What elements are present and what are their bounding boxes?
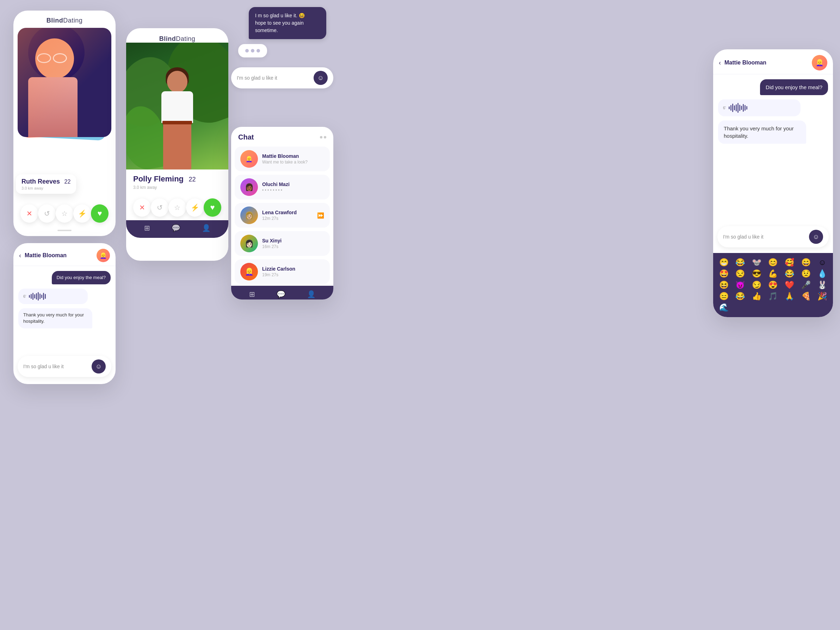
chat-input-bar-6[interactable]: I'm so glad u like it ☺	[717, 226, 829, 247]
rewind-button-2[interactable]: ↺	[151, 198, 169, 217]
msg-received-5: Did you enjoy the meal?	[52, 271, 111, 284]
avatar-oluchi: 👩🏾	[240, 178, 258, 196]
emoji-item[interactable]: 😊	[766, 258, 780, 267]
dislike-button-1[interactable]: ✕	[21, 204, 38, 223]
boost-button-2[interactable]: ⚡	[186, 198, 204, 217]
card2-header: BlindDating	[126, 28, 228, 43]
emoji-item[interactable]: 😈	[733, 281, 748, 290]
chat-preview-su: 16m 27s	[262, 244, 324, 249]
boost-button-1[interactable]: ⚡	[73, 204, 91, 223]
chat-header-5: ‹ Mattie Blooman 👱‍♀️	[13, 243, 115, 266]
like-button-1[interactable]: ♥	[91, 204, 109, 223]
avatar-mattie: 👱‍♀️	[240, 150, 258, 168]
chat-input-bar-top[interactable]: I'm so glad u like it ☺	[231, 67, 333, 88]
emoji-item[interactable]: ☺️	[815, 258, 829, 267]
scene: BlindDating	[0, 0, 840, 630]
star-button-2[interactable]: ☆	[169, 198, 186, 217]
emoji-item[interactable]: 😂	[782, 269, 797, 278]
emoji-item[interactable]: 💪	[766, 269, 780, 278]
like-button-2[interactable]: ♥	[204, 198, 221, 217]
rewind-button-1[interactable]: ↺	[38, 204, 56, 223]
polly-age: 22	[188, 176, 196, 183]
chat-info-lizzie: Lizzie Carlson 19m 27s	[262, 266, 324, 277]
msg-received-6: Did you enjoy the meal?	[760, 79, 828, 95]
card-chat-mattie-small: ‹ Mattie Blooman 👱‍♀️ Did you enjoy the …	[13, 243, 115, 384]
bubble-text-1: I m so glad u like it. 😆	[255, 12, 320, 19]
emoji-item[interactable]: 🐰	[815, 281, 829, 290]
profile-name-1: Ruth Reeves	[22, 178, 60, 185]
typing-dot-3	[256, 49, 260, 52]
header-avatar-6: 👱‍♀️	[812, 55, 827, 71]
emoji-item[interactable]: 🍕	[799, 292, 813, 301]
voice-msg-5: 6'	[18, 289, 88, 304]
send-button-top[interactable]: ☺	[314, 71, 328, 85]
card-chat-mattie-large: ‹ Mattie Blooman 👱‍♀️ Did you enjoy the …	[713, 49, 833, 317]
emoji-item[interactable]: 😍	[766, 281, 780, 290]
emoji-item[interactable]: 😒	[733, 269, 748, 278]
emoji-item[interactable]: 🤩	[717, 269, 731, 278]
send-button-6[interactable]: ☺	[809, 230, 823, 244]
chat-input-text-top: I'm so glad u like it	[237, 75, 277, 81]
msg-sent-5: Thank you very much for your hospitality…	[18, 308, 92, 328]
emoji-item[interactable]: 😂	[733, 292, 748, 301]
emoji-item[interactable]: 👍	[750, 292, 764, 301]
avatar-su: 👩🏻	[240, 235, 258, 252]
emoji-item[interactable]: 🐭	[750, 258, 764, 267]
chat-header-6: ‹ Mattie Blooman 👱‍♀️	[713, 49, 833, 74]
received-bubble-1: I m so glad u like it. 😆 hope to see you…	[249, 7, 326, 39]
chat-item-lizzie[interactable]: 👱‍♀️ Lizzie Carlson 19m 27s	[235, 259, 330, 284]
emoji-item[interactable]: 🎤	[799, 281, 813, 290]
chat-item-su[interactable]: 👩🏻 Su Xinyi 16m 27s	[235, 231, 330, 256]
chat-preview-lizzie: 19m 27s	[262, 272, 324, 277]
dislike-button-2[interactable]: ✕	[133, 198, 151, 217]
emoji-item[interactable]: 🥰	[782, 258, 797, 267]
chat-info-oluchi: Oluchi Mazi • • • • • • • •	[262, 182, 324, 193]
chat-item-lena[interactable]: 👩🏼 Lena Crawford 12m 27s ⏩	[235, 203, 330, 227]
emoji-item[interactable]: 😏	[750, 281, 764, 290]
back-button-5[interactable]: ‹	[19, 252, 21, 259]
chat-input-text-6: I'm so glad u like it	[723, 234, 764, 240]
nav-profile-btn-2[interactable]: 👤	[202, 224, 211, 232]
emoji-item[interactable]: 🎵	[766, 292, 780, 301]
emoji-item[interactable]: 🌊	[717, 303, 731, 312]
emoji-item[interactable]: 😎	[750, 269, 764, 278]
chat-item-mattie[interactable]: 👱‍♀️ Mattie Blooman Want me to take a lo…	[235, 147, 330, 171]
emoji-item[interactable]: 😆	[717, 281, 731, 290]
chat-input-bar-5[interactable]: I'm so glad u like it ☺	[17, 356, 111, 377]
chat-preview-oluchi: • • • • • • • •	[262, 188, 324, 193]
nav-chat-btn-4[interactable]: 💬	[276, 290, 286, 298]
chat-name-mattie: Mattie Blooman	[262, 153, 324, 159]
polly-distance: 3.0 km away	[133, 185, 221, 190]
star-button-1[interactable]: ☆	[56, 204, 73, 223]
avatar-lizzie: 👱‍♀️	[240, 263, 258, 281]
chat-name-lizzie: Lizzie Carlson	[262, 266, 324, 272]
card-chat-list: Chat 👱‍♀️ Mattie Blooman Want me to take…	[231, 127, 333, 300]
brand-logo-2: BlindDating	[133, 35, 221, 43]
nav-profile-btn-4[interactable]: 👤	[307, 290, 316, 298]
chat-name-su: Su Xinyi	[262, 238, 324, 243]
send-button-5[interactable]: ☺	[92, 359, 106, 374]
emoji-item[interactable]: 😟	[799, 269, 813, 278]
emoji-item[interactable]: 😂	[733, 258, 748, 267]
back-button-6[interactable]: ‹	[719, 59, 721, 66]
nav-chat-btn-2[interactable]: 💬	[172, 224, 180, 232]
emoji-item[interactable]: 😄	[799, 258, 813, 267]
nav-cards-btn-2[interactable]: ⊞	[144, 224, 150, 232]
card2-profile-info: Polly Fleming 22 3.0 km away	[126, 169, 228, 195]
waveform-5	[29, 292, 46, 300]
card1-header: BlindDating	[13, 11, 115, 24]
emoji-item[interactable]: 😁	[717, 258, 731, 267]
brand-logo-1: BlindDating	[21, 17, 109, 24]
emoji-item[interactable]: 🎉	[815, 292, 829, 301]
more-dots	[320, 136, 326, 139]
emoji-item[interactable]: 🙏	[782, 292, 797, 301]
typing-indicator	[238, 44, 267, 57]
emoji-picker: 😁😂🐭😊🥰😄☺️🤩😒😎💪😂😟💧😆😈😏😍❤️🎤🐰😑😂👍🎵🙏🍕🎉🌊	[713, 253, 833, 317]
chat-item-oluchi[interactable]: 👩🏾 Oluchi Mazi • • • • • • • •	[235, 175, 330, 199]
nav-cards-btn-4[interactable]: ⊞	[249, 290, 255, 298]
waveform-6	[729, 103, 747, 113]
emoji-item[interactable]: 😑	[717, 292, 731, 301]
emoji-item[interactable]: ❤️	[782, 281, 797, 290]
voice-duration-5: 6'	[23, 294, 26, 298]
emoji-item[interactable]: 💧	[815, 269, 829, 278]
